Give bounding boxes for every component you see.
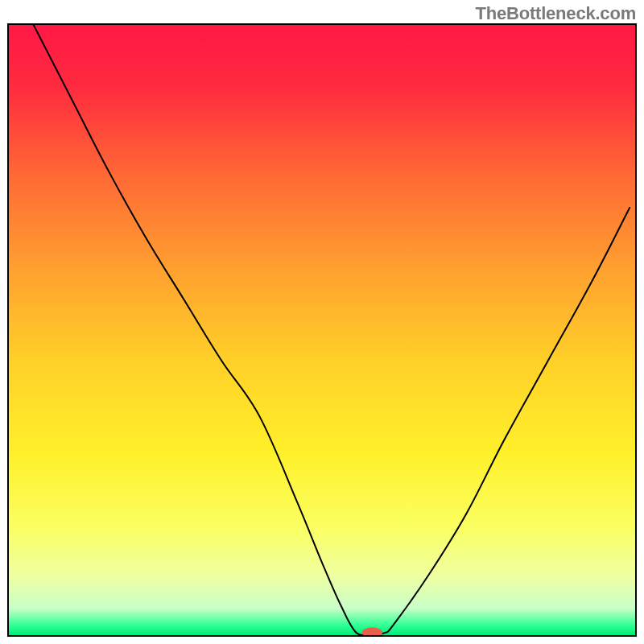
bottleneck-chart <box>0 0 644 644</box>
attribution-label: TheBottleneck.com <box>475 3 636 24</box>
plot-background <box>8 24 636 636</box>
chart-container: TheBottleneck.com <box>0 0 644 644</box>
